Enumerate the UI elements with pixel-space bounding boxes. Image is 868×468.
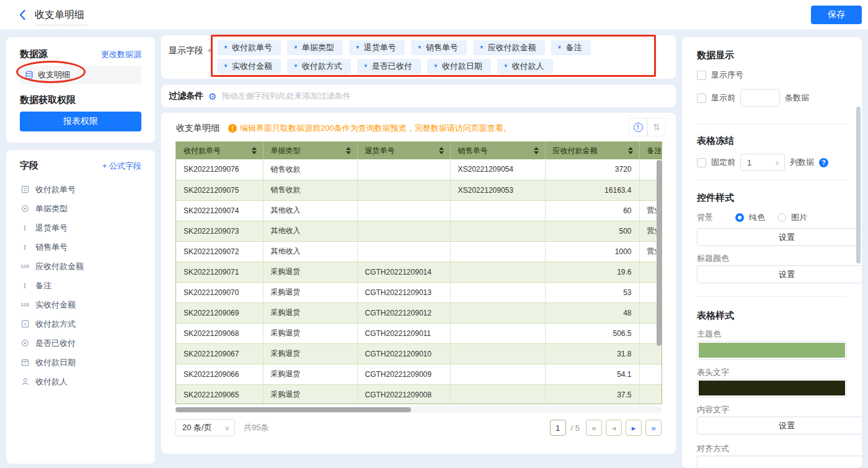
field-item[interactable]: 单据类型 — [20, 199, 148, 218]
display-field-chip[interactable]: ▼是否已收付 — [357, 59, 421, 74]
table-row[interactable]: SK20221209066采购退货CGTH2022120900954.1 — [176, 364, 662, 384]
table-row[interactable]: SK20221209065采购退货CGTH2022120900837.5 — [176, 384, 662, 404]
sort-tool-button[interactable]: ⇅ — [647, 118, 666, 136]
table-style-title: 表格样式 — [697, 310, 847, 322]
column-sort-icon[interactable] — [346, 147, 351, 154]
current-page-input[interactable]: 1 — [550, 420, 566, 436]
solid-color-radio[interactable] — [735, 213, 744, 222]
field-item[interactable]: I退货单号 — [20, 218, 148, 237]
table-row[interactable]: SK20221209071采购退货CGTH2022120901419.6 — [176, 262, 662, 282]
field-label: 销售单号 — [35, 242, 68, 253]
table-cell: 采购退货 — [263, 384, 357, 404]
field-item[interactable]: 是否已收付 — [20, 333, 148, 353]
change-datasource-link[interactable]: 更改数据源 — [101, 49, 141, 60]
freeze-checkbox[interactable] — [697, 158, 706, 167]
field-item[interactable]: 收付款人 — [20, 372, 148, 391]
theme-color-swatch[interactable] — [697, 341, 847, 360]
last-page-button[interactable]: » — [645, 420, 662, 436]
add-formula-field-link[interactable]: + 公式字段 — [102, 161, 141, 172]
display-field-chip[interactable]: ▼收付款人 — [497, 59, 553, 74]
column-header[interactable]: 销售单号 — [450, 142, 545, 159]
column-header[interactable]: 单据类型 — [263, 142, 357, 159]
field-item[interactable]: I销售单号 — [20, 237, 148, 257]
field-item[interactable]: 123应收付款金额 — [20, 257, 148, 276]
datasource-item[interactable]: 收支明细 — [20, 66, 141, 84]
table-cell — [639, 364, 662, 384]
add-display-field-button[interactable]: + — [207, 45, 213, 55]
table-cell: SK20221209074 — [176, 200, 263, 221]
preview-table-body: SK20221209076销售收款XS202212090543720SK2022… — [176, 159, 662, 404]
display-field-chip[interactable]: ▼实收付金额 — [217, 59, 281, 74]
field-item[interactable]: 7收付款日期 — [20, 353, 148, 372]
table-row[interactable]: SK20221209070采购退货CGTH2022120901353 — [176, 282, 662, 302]
column-label: 销售单号 — [458, 146, 488, 156]
title-color-setting-button[interactable]: 设置 — [697, 265, 862, 283]
table-row[interactable]: SK20221209075销售收款XS2022120905316163.4 — [176, 180, 662, 200]
column-header[interactable]: 应收付款金额 — [545, 142, 639, 159]
table-row[interactable]: SK20221209073其他收入500营业外收 — [176, 221, 662, 241]
display-field-chip[interactable]: ▼收付款方式 — [287, 59, 351, 74]
row-limit-input[interactable] — [740, 89, 780, 107]
display-field-chip[interactable]: ▼收付款日期 — [427, 59, 491, 74]
show-first-checkbox[interactable] — [697, 94, 706, 103]
column-header[interactable]: 收付款单号 — [176, 142, 263, 159]
title-color-label: 标题颜色 — [697, 253, 847, 264]
column-header[interactable]: 退货单号 — [357, 142, 450, 159]
table-row[interactable]: SK20221209076销售收款XS202212090543720 — [176, 159, 662, 180]
form-icon — [20, 185, 30, 193]
info-button[interactable]: ! — [629, 118, 647, 136]
person-icon — [20, 377, 30, 386]
column-label: 单据类型 — [271, 146, 301, 156]
save-button[interactable]: 保存 — [811, 6, 862, 24]
display-field-chip[interactable]: ▼单据类型 — [287, 40, 343, 55]
page-size-select[interactable]: 20 条/页 ∨ — [175, 419, 235, 436]
table-vertical-scrollbar[interactable] — [657, 160, 662, 346]
image-radio[interactable] — [777, 213, 786, 222]
next-page-button[interactable]: ▸ — [626, 420, 642, 436]
sort-updown-icon: ⇅ — [653, 122, 660, 132]
table-cell: SK20221209075 — [176, 180, 263, 200]
table-row[interactable]: SK20221209068采购退货CGTH20221209011506.5 — [176, 323, 662, 343]
column-header[interactable]: 备注 — [639, 142, 662, 159]
first-page-button[interactable]: « — [586, 420, 602, 436]
column-sort-icon[interactable] — [534, 147, 539, 154]
show-first-prefix: 显示前 — [711, 92, 735, 104]
table-cell: 采购退货 — [263, 323, 357, 343]
show-index-checkbox[interactable] — [697, 71, 706, 80]
table-row[interactable]: SK20221209067采购退货CGTH2022120901031.8 — [176, 343, 662, 364]
field-item[interactable]: 123实收付金额 — [20, 295, 148, 314]
display-field-chip[interactable]: ▼应收付款金额 — [473, 40, 545, 55]
table-cell: 16163.4 — [545, 180, 639, 200]
column-sort-icon[interactable] — [439, 147, 444, 154]
table-horizontal-scrollbar[interactable] — [175, 407, 662, 413]
display-field-chip[interactable]: ▼备注 — [551, 40, 591, 55]
column-sort-icon[interactable] — [628, 147, 633, 154]
field-item[interactable]: I备注 — [20, 276, 148, 295]
field-label: 退货单号 — [35, 223, 68, 234]
display-field-chip[interactable]: ▼销售单号 — [411, 40, 467, 55]
warning-text: 编辑界面只取数据源前200条作为查询数据预览，完整数据请访问页面查看。 — [240, 123, 512, 134]
header-text-color-swatch[interactable] — [697, 379, 847, 397]
table-cell — [357, 241, 450, 262]
table-cell: CGTH20221209012 — [357, 302, 450, 323]
display-field-chip[interactable]: ▼退货单号 — [349, 40, 405, 55]
report-permission-button[interactable]: 报表权限 — [20, 112, 141, 131]
prev-page-button[interactable]: ◂ — [606, 420, 622, 436]
content-text-setting-button[interactable]: 设置 — [697, 417, 862, 435]
back-button[interactable] — [16, 8, 30, 22]
field-item[interactable]: 收付款单号 — [20, 180, 148, 199]
background-setting-button[interactable]: 设置 — [697, 228, 862, 246]
gear-icon[interactable]: ⚙ — [208, 92, 216, 101]
number-icon: 123 — [20, 263, 30, 269]
alignment-control[interactable] — [697, 456, 862, 468]
freeze-count-select[interactable]: 1 ∨ — [740, 154, 785, 171]
help-icon[interactable]: ? — [819, 158, 828, 167]
table-row[interactable]: SK20221209069采购退货CGTH2022120901248 — [176, 302, 662, 323]
filter-dropzone[interactable]: 拖动左侧字段到此处来添加过滤条件 — [221, 91, 350, 102]
table-row[interactable]: SK20221209072其他收入1000营业外收 — [176, 241, 662, 262]
display-field-chip[interactable]: ▼收付款单号 — [217, 40, 281, 55]
column-sort-icon[interactable] — [252, 147, 257, 154]
panel-scrollbar[interactable] — [856, 107, 861, 263]
field-item[interactable]: 收付款方式 — [20, 314, 148, 333]
table-row[interactable]: SK20221209074其他收入60营业外收 — [176, 200, 662, 221]
